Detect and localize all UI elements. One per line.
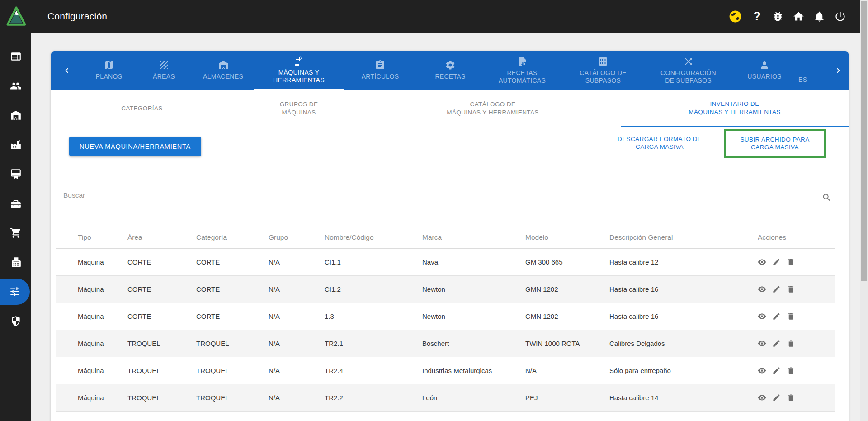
top-app-bar: Configuración ? <box>0 0 868 33</box>
column-header-area: Área <box>127 233 196 241</box>
sidebar-item-security[interactable] <box>0 306 31 336</box>
cell-grupo: N/A <box>269 394 325 402</box>
sidebar-item-purchases[interactable] <box>0 218 31 247</box>
subtab-categorias[interactable]: CATEGORÍAS <box>51 90 233 127</box>
cell-area: TROQUEL <box>127 394 196 402</box>
app-logo <box>6 6 26 26</box>
upload-bulk-file-label: SUBIR ARCHIDO PARA CARGA MASIVA <box>727 136 823 151</box>
delete-trash-icon[interactable] <box>787 312 795 321</box>
inventory-table: Tipo Área Categoría Grupo Nombre/Código … <box>56 226 835 421</box>
search-input[interactable] <box>63 187 835 207</box>
sidebar-item-configuration[interactable] <box>0 279 30 305</box>
edit-pencil-icon[interactable] <box>772 285 781 293</box>
chevron-right-icon <box>833 66 843 76</box>
search-bar <box>63 187 835 207</box>
tab-areas[interactable]: ÁREAS <box>135 51 193 90</box>
cell-grupo: N/A <box>269 258 325 266</box>
sidebar-item-users[interactable] <box>0 71 31 100</box>
cell-acciones <box>758 339 835 348</box>
language-globe-icon[interactable] <box>728 9 742 24</box>
column-header-marca: Marca <box>422 233 525 241</box>
cell-nombre-codigo: CI1.1 <box>325 258 422 266</box>
help-icon[interactable]: ? <box>751 10 763 23</box>
factory-icon <box>10 139 22 151</box>
tab-maquinas-y-herramientas[interactable]: MÁQUINAS Y HERRAMIENTAS <box>254 51 344 90</box>
edit-pencil-icon[interactable] <box>772 312 781 321</box>
chevron-left-icon <box>62 66 72 76</box>
delete-trash-icon[interactable] <box>787 366 795 375</box>
edit-pencil-icon[interactable] <box>772 339 781 348</box>
robot-arm-icon <box>293 56 304 66</box>
sidebar-item-point-of-sale[interactable] <box>0 247 31 277</box>
cell-acciones <box>758 393 835 402</box>
left-nav-sidebar <box>0 33 31 421</box>
cell-tipo: Máquina <box>56 285 127 293</box>
view-eye-icon[interactable] <box>758 258 766 266</box>
cell-descripcion: Hasta calibre 12 <box>609 258 758 266</box>
home-icon[interactable] <box>793 10 805 23</box>
sidebar-item-certificates[interactable] <box>0 159 31 189</box>
sidebar-item-toolbox[interactable] <box>0 189 31 218</box>
view-eye-icon[interactable] <box>758 312 766 321</box>
tab-catalogo-de-subpasos[interactable]: CATÁLOGO DE SUBPASOS <box>560 51 646 90</box>
upload-bulk-file-link-highlighted[interactable]: SUBIR ARCHIDO PARA CARGA MASIVA <box>724 129 826 158</box>
cell-area: CORTE <box>127 312 196 320</box>
column-header-tipo: Tipo <box>56 233 127 241</box>
cell-descripcion: Hasta calibre 16 <box>609 285 758 293</box>
tab-almacenes[interactable]: ALMACENES <box>193 51 254 90</box>
main-content-area: PLANOS ÁREAS ALMACENES MÁQUINAS Y HERRAM… <box>31 33 860 421</box>
cell-area: TROQUEL <box>127 367 196 374</box>
delete-trash-icon[interactable] <box>787 339 795 348</box>
texture-icon <box>159 60 170 71</box>
tab-usuarios[interactable]: USUARIOS <box>731 51 798 90</box>
subtab-catalogo-de-maquinas-y-herramientas[interactable]: CATÁLOGO DE MÁQUINAS Y HERRAMIENTAS <box>365 90 621 127</box>
cell-area: CORTE <box>127 285 196 293</box>
sidebar-item-warehouses[interactable] <box>0 100 31 130</box>
view-eye-icon[interactable] <box>758 285 766 293</box>
tabs-scroll-left-button[interactable] <box>51 51 83 90</box>
sidebar-item-dashboard[interactable] <box>0 42 31 71</box>
subtab-grupos-de-maquinas[interactable]: GRUPOS DE MÁQUINAS <box>233 90 365 127</box>
cell-acciones <box>758 285 835 293</box>
download-bulk-format-link[interactable]: DESCARGAR FORMATO DE CARGA MASIVA <box>602 129 717 151</box>
edit-pencil-icon[interactable] <box>772 393 781 402</box>
edit-pencil-icon[interactable] <box>772 366 781 375</box>
power-icon[interactable] <box>834 10 846 23</box>
tab-recetas[interactable]: RECETAS <box>416 51 484 90</box>
cell-area: CORTE <box>127 258 196 266</box>
tab-planos[interactable]: PLANOS <box>83 51 135 90</box>
edit-pencil-icon[interactable] <box>772 258 781 266</box>
cell-marca: Nava <box>422 258 525 266</box>
cell-tipo: Máquina <box>56 394 127 402</box>
page-scrollbar[interactable] <box>860 0 868 421</box>
notifications-bell-icon[interactable] <box>813 10 826 23</box>
scrollbar-thumb[interactable] <box>861 1 867 281</box>
store-icon <box>218 60 229 71</box>
bug-report-icon[interactable] <box>772 10 784 23</box>
delete-trash-icon[interactable] <box>787 393 795 402</box>
shopping-cart-icon <box>10 227 22 239</box>
web-icon <box>10 51 22 62</box>
delete-trash-icon[interactable] <box>787 258 795 266</box>
tab-articulos[interactable]: ARTÍCULOS <box>344 51 416 90</box>
security-shield-icon <box>10 315 22 327</box>
tab-recetas-automaticas[interactable]: RECETAS AUTOMÁTICAS <box>484 51 560 90</box>
cell-marca: León <box>422 394 525 402</box>
view-eye-icon[interactable] <box>758 393 766 402</box>
new-machine-tool-button[interactable]: NUEVA MÁQUINA/HERRAMIENTA <box>69 137 201 156</box>
tab-configuracion-de-subpasos[interactable]: CONFIGURACIÓN DE SUBPASOS <box>646 51 731 90</box>
cell-grupo: N/A <box>269 312 325 320</box>
view-eye-icon[interactable] <box>758 339 766 348</box>
tab-truncated[interactable]: ES <box>798 51 826 90</box>
search-icon[interactable] <box>822 193 832 203</box>
warehouse-icon <box>10 109 22 121</box>
delete-trash-icon[interactable] <box>787 285 795 293</box>
cell-tipo: Máquina <box>56 340 127 347</box>
sidebar-item-factory[interactable] <box>0 130 31 159</box>
column-header-grupo: Grupo <box>269 233 325 241</box>
card-membership-icon <box>10 168 22 180</box>
subtab-inventario-de-maquinas-y-herramientas[interactable]: INVENTARIO DE MÁQUINAS Y HERRAMIENTAS <box>621 90 849 127</box>
cell-modelo: GMN 1202 <box>525 312 609 320</box>
tabs-scroll-right-button[interactable] <box>826 51 849 90</box>
view-eye-icon[interactable] <box>758 366 766 375</box>
